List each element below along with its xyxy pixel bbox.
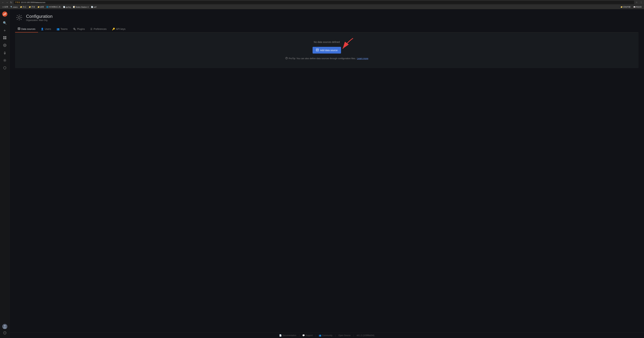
folder-icon: 📁 [620, 6, 622, 8]
tab-apikeys[interactable]: 🔑 API keys [109, 26, 128, 33]
footer-community[interactable]: 👥 Community [319, 334, 332, 337]
notes-icon: 📝 [73, 6, 75, 8]
browser-menu[interactable]: ⋮ [640, 1, 643, 4]
sidebar-item-shield[interactable] [1, 65, 8, 72]
sidebar-item-add[interactable]: + [1, 27, 8, 34]
bookmark-other[interactable]: 📁 其他书签 [620, 5, 632, 9]
bookmark-pentest-label: 渗透 [40, 6, 44, 8]
datasources-tab-icon [18, 28, 20, 30]
dev-icon: 📁 [29, 6, 31, 8]
svg-rect-4 [5, 36, 6, 38]
content-area: No data sources defined Add data source [15, 33, 638, 68]
bookmark-apps-label: 应用 [4, 6, 8, 8]
footer-sep-2: | [316, 334, 316, 337]
tab-users[interactable]: 👤 Users [38, 26, 54, 33]
bookmark-pentest[interactable]: 📁 渗透 [36, 5, 45, 9]
footer-opensource[interactable]: Open Source [338, 334, 350, 337]
sidebar-item-settings[interactable] [1, 57, 8, 64]
bookmark-dev[interactable]: 📁 开发 [28, 5, 36, 9]
bookmark-self-label: self [94, 6, 96, 8]
tab-plugins-label: Plugins [77, 28, 85, 30]
footer-community-label: Community [322, 334, 332, 337]
bookmark-other-label: 其他书签 [623, 6, 631, 8]
tabs-bar: Data sources 👤 Users 👥 Teams 🔌 Plugins ☰… [15, 26, 638, 33]
tab-datasources[interactable]: Data sources [15, 26, 38, 33]
footer-sep-4: | [353, 334, 354, 337]
page-footer: 📄 Documentation | 💬 Support | 👥 Communit… [10, 332, 644, 338]
sidebar-item-help[interactable]: ? [1, 330, 8, 337]
tab-apikeys-label: API keys [116, 28, 126, 30]
learn-more-link[interactable]: Learn more [357, 57, 368, 60]
tab-plugins[interactable]: 🔌 Plugins [70, 26, 88, 33]
browser-chrome: ← → ↻ 不安全 10.0.0.100:3000/datasources ☆ … [0, 0, 644, 5]
apikeys-tab-icon: 🔑 [112, 28, 115, 30]
bookmark-reading-label: 阅读清 [636, 6, 642, 8]
bookmark-office-label: 办公 [22, 6, 26, 8]
svg-point-9 [4, 60, 5, 61]
forward-button[interactable]: → [6, 1, 8, 4]
svg-text:?: ? [4, 332, 5, 334]
bookmark-apps[interactable]: ⊞ 应用 [1, 5, 9, 9]
sidebar-item-dashboards[interactable] [1, 35, 8, 42]
dashboards-icon [3, 36, 6, 40]
footer-documentation[interactable]: 📄 Documentation [279, 334, 296, 337]
tab-datasources-label: Data sources [21, 28, 35, 30]
sidebar: 🔍 + [0, 9, 10, 338]
qyzhg-icon: 📄 [63, 6, 65, 8]
footer-doc-label: Documentation [282, 334, 296, 337]
bookmark-star[interactable]: ☆ [635, 1, 638, 4]
bookmark-qyzhg-label: qyzhg [66, 6, 70, 8]
add-icon: + [4, 28, 6, 33]
svg-rect-6 [5, 38, 6, 39]
footer-support[interactable]: 💬 Support [302, 334, 313, 337]
bookmark-hcm[interactable]: 🌐 HCM测试工具 [45, 5, 62, 9]
sidebar-item-explore[interactable] [1, 42, 8, 49]
bookmark-reading[interactable]: 📖 阅读清 [632, 5, 643, 9]
alerting-icon [3, 51, 6, 55]
explore-icon [3, 44, 6, 48]
bookmark-notes[interactable]: 📝 Notes Station 3 [72, 6, 90, 9]
config-subtitle: Organization: Main Org. [26, 19, 52, 22]
config-title: Configuration [26, 14, 52, 19]
security-warning: 不安全 [15, 1, 20, 4]
app-container: 🔍 + [0, 9, 644, 338]
svg-point-1 [4, 15, 4, 16]
preferences-tab-icon: ☰ [90, 28, 92, 30]
config-header: Configuration Organization: Main Org. [15, 13, 638, 22]
browser-actions: ☆ ⋮ [635, 1, 643, 4]
plugins-tab-icon: 🔌 [73, 28, 76, 30]
protip-main-text: ProTip: You can also define data sources… [289, 57, 356, 60]
user-avatar[interactable] [2, 324, 7, 329]
support-icon: 💬 [302, 334, 305, 337]
sidebar-item-search[interactable]: 🔍 [1, 20, 8, 27]
footer-version-label: v8.1.2 (103f8fa094) [356, 334, 374, 337]
community-icon: 👥 [319, 334, 321, 337]
bookmark-dev-label: 开发 [31, 6, 35, 8]
bookmark-notes-label: Notes Station 3 [76, 6, 88, 8]
bookmark-self[interactable]: 📄 self [90, 6, 98, 9]
footer-opensource-label: Open Source [338, 334, 350, 337]
sidebar-bottom: ? [1, 324, 8, 337]
add-datasource-button[interactable]: Add data source [312, 47, 341, 54]
bookmarks-right: 📁 其他书签 📖 阅读清 [620, 5, 643, 9]
grafana-logo[interactable] [1, 11, 8, 18]
address-bar[interactable]: 不安全 10.0.0.100:3000/datasources [14, 1, 634, 4]
svg-point-8 [4, 45, 5, 46]
bookmark-searx[interactable]: 🔍 searx [10, 6, 19, 9]
reload-button[interactable]: ↻ [10, 1, 13, 4]
bookmark-office[interactable]: 📁 办公 [19, 5, 28, 9]
back-button[interactable]: ← [1, 1, 4, 4]
svg-point-25 [286, 59, 287, 59]
bookmark-qyzhg[interactable]: 📄 qyzhg [62, 6, 72, 9]
sidebar-item-alerting[interactable] [1, 50, 8, 57]
svg-rect-5 [3, 38, 5, 39]
help-icon: ? [3, 331, 6, 335]
apps-icon: ⊞ [2, 6, 4, 8]
bookmarks-bar: ⊞ 应用 🔍 searx 📁 办公 📁 开发 📁 渗透 🌐 HCM测试工具 📄 … [0, 5, 644, 9]
pentest-icon: 📁 [38, 6, 40, 8]
settings-icon [3, 59, 6, 63]
svg-point-2 [6, 13, 6, 13]
tab-preferences[interactable]: ☰ Preferences [88, 26, 109, 33]
tab-teams[interactable]: 👥 Teams [54, 26, 70, 33]
add-datasource-label: Add data source [320, 49, 338, 52]
